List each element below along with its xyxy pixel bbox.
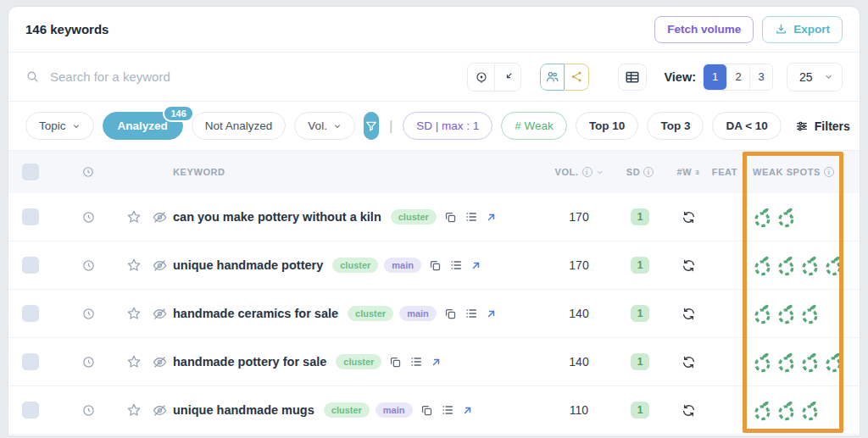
eye-off-icon[interactable] xyxy=(152,209,168,225)
view-option-2[interactable]: 2 xyxy=(726,64,749,90)
external-link-icon[interactable] xyxy=(486,308,497,319)
collapse-button[interactable] xyxy=(494,64,520,91)
refresh-icon[interactable] xyxy=(682,355,696,369)
external-link-icon[interactable] xyxy=(431,357,442,368)
people-button[interactable] xyxy=(540,64,565,91)
funnel-icon xyxy=(364,119,378,133)
row-checkbox[interactable] xyxy=(22,353,39,370)
export-button[interactable]: Export xyxy=(762,16,843,43)
keyword-text[interactable]: handmade pottery for sale xyxy=(173,355,326,369)
row-checkbox[interactable] xyxy=(22,305,39,322)
analyzed-filter[interactable]: Analyzed 146 xyxy=(103,112,183,140)
weak-spot-fruit-icon[interactable] xyxy=(753,400,772,421)
copy-icon[interactable] xyxy=(389,356,402,369)
info-icon[interactable] xyxy=(582,167,593,177)
weak-spot-fruit-icon[interactable] xyxy=(800,400,820,421)
list-icon[interactable] xyxy=(441,403,454,417)
col-keyword[interactable]: KEYWORD xyxy=(173,167,546,177)
weak-spot-fruit-icon[interactable] xyxy=(800,303,820,324)
refresh-icon[interactable] xyxy=(682,307,696,321)
row-checkbox[interactable] xyxy=(22,257,39,274)
weak-spot-fruit-icon[interactable] xyxy=(753,207,772,228)
weak-spot-fruit-icon[interactable] xyxy=(776,255,796,276)
weak-spot-fruit-icon[interactable] xyxy=(800,255,820,276)
search-icon xyxy=(25,69,40,84)
fetch-volume-button[interactable]: Fetch volume xyxy=(654,16,754,43)
clock-icon xyxy=(82,211,95,224)
keyword-text[interactable]: unique handmade mugs xyxy=(173,403,314,417)
refresh-icon[interactable] xyxy=(682,403,696,418)
weak-spot-fruit-icon[interactable] xyxy=(776,352,796,373)
chevron-down-icon xyxy=(824,72,833,81)
col-feat[interactable]: FEAT xyxy=(709,167,741,177)
col-w3[interactable]: #W3 xyxy=(668,167,709,177)
eye-off-icon[interactable] xyxy=(152,354,168,370)
list-icon[interactable] xyxy=(465,210,478,224)
external-link-icon[interactable] xyxy=(486,212,497,223)
weak-spot-fruit-icon[interactable] xyxy=(800,352,820,373)
weak-spot-fruit-icon[interactable] xyxy=(776,303,796,324)
info-icon[interactable] xyxy=(643,167,654,177)
location-button[interactable] xyxy=(468,64,494,91)
top10-filter-pill[interactable]: Top 10 xyxy=(576,112,639,140)
filters-button[interactable]: Filters xyxy=(795,119,850,133)
weak-spots-cell xyxy=(741,255,846,276)
not-analyzed-filter[interactable]: Not Analyzed xyxy=(192,112,287,140)
weak-spot-fruit-icon[interactable] xyxy=(776,207,796,228)
vol-dropdown[interactable]: Vol. xyxy=(294,112,355,140)
star-icon[interactable] xyxy=(126,402,142,418)
clock-icon xyxy=(82,259,95,272)
select-all-checkbox[interactable] xyxy=(22,164,39,180)
refresh-icon[interactable] xyxy=(682,210,696,225)
keyword-text[interactable]: unique handmade pottery xyxy=(173,258,323,272)
weak-spot-fruit-icon[interactable] xyxy=(753,255,772,276)
keywords-panel: 146 keywords Fetch volume Export xyxy=(8,7,860,435)
weak-spot-fruit-icon[interactable] xyxy=(776,400,796,421)
copy-icon[interactable] xyxy=(444,308,457,320)
col-vol[interactable]: VOL. xyxy=(546,167,612,177)
download-icon xyxy=(775,23,787,36)
view-option-1[interactable]: 1 xyxy=(704,64,726,90)
star-icon[interactable] xyxy=(126,354,142,369)
sd-badge: 1 xyxy=(631,208,650,225)
star-icon[interactable] xyxy=(126,258,142,273)
col-weak-spots[interactable]: WEAK SPOTS xyxy=(741,167,846,177)
share-icon[interactable] xyxy=(565,64,589,91)
star-icon[interactable] xyxy=(126,209,142,225)
sd-max-filter-pill[interactable]: SD | max : 1 xyxy=(403,112,492,140)
eye-off-icon[interactable] xyxy=(152,258,168,274)
keyword-text[interactable]: can you make pottery without a kiln xyxy=(173,210,381,224)
page-size-select[interactable]: 25 xyxy=(787,63,843,91)
search-input[interactable] xyxy=(50,69,467,84)
top3-filter-pill[interactable]: Top 3 xyxy=(647,112,704,140)
list-icon[interactable] xyxy=(465,307,478,320)
eye-off-icon[interactable] xyxy=(152,306,168,322)
list-icon[interactable] xyxy=(409,355,423,369)
copy-icon[interactable] xyxy=(444,211,457,224)
external-link-icon[interactable] xyxy=(462,405,473,416)
row-checkbox[interactable] xyxy=(22,402,39,419)
da-filter-pill[interactable]: DA < 10 xyxy=(712,112,781,140)
weak-spot-fruit-icon[interactable] xyxy=(824,352,843,373)
copy-icon[interactable] xyxy=(429,259,442,272)
info-icon[interactable] xyxy=(824,167,834,177)
funnel-filter-button[interactable] xyxy=(364,112,379,140)
row-checkbox[interactable] xyxy=(22,208,39,225)
refresh-icon[interactable] xyxy=(682,258,696,273)
list-icon[interactable] xyxy=(449,258,463,272)
search-row: View: 1 2 3 25 xyxy=(8,53,860,102)
external-link-icon[interactable] xyxy=(470,260,481,271)
weak-spot-fruit-icon[interactable] xyxy=(753,352,772,373)
weak-spot-fruit-icon[interactable] xyxy=(824,255,843,276)
volume-value: 170 xyxy=(546,258,612,272)
table-view-button[interactable] xyxy=(618,64,647,91)
view-option-3[interactable]: 3 xyxy=(749,64,772,90)
copy-icon[interactable] xyxy=(420,404,433,417)
col-sd[interactable]: SD xyxy=(612,167,668,177)
topic-dropdown[interactable]: Topic xyxy=(25,112,94,140)
eye-off-icon[interactable] xyxy=(152,402,168,419)
weak-filter-pill[interactable]: # Weak xyxy=(501,112,567,140)
keyword-text[interactable]: handmade ceramics for sale xyxy=(173,307,338,320)
weak-spot-fruit-icon[interactable] xyxy=(753,303,772,324)
star-icon[interactable] xyxy=(126,306,142,321)
